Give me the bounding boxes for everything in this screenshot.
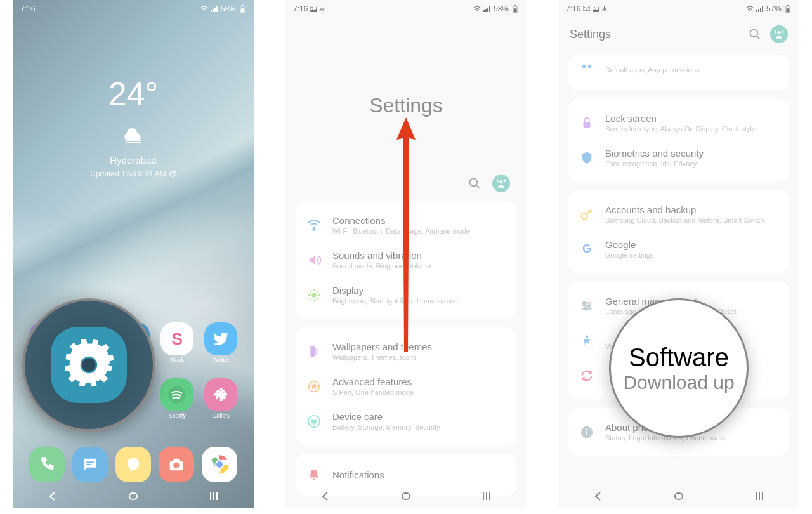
message-icon	[583, 6, 590, 12]
download-icon	[319, 6, 325, 12]
svg-rect-59	[787, 8, 790, 12]
status-bar: 7:16 58%	[13, 0, 254, 18]
battery-icon	[239, 5, 246, 13]
nav-back[interactable]	[47, 491, 58, 502]
svg-rect-45	[402, 493, 410, 499]
nav-home[interactable]	[128, 491, 139, 502]
nav-back[interactable]	[593, 491, 604, 502]
svg-rect-34	[489, 6, 490, 12]
svg-rect-76	[762, 492, 763, 500]
settings-app-icon[interactable]	[51, 327, 127, 403]
svg-rect-32	[485, 9, 487, 12]
gear-icon	[63, 339, 114, 390]
svg-rect-53	[756, 10, 757, 12]
signal-icon	[483, 5, 491, 13]
nav-back[interactable]	[320, 491, 331, 502]
svg-rect-4	[216, 6, 218, 12]
callout-subtitle: Download up	[623, 372, 734, 393]
svg-point-23	[82, 358, 95, 371]
battery-icon	[511, 5, 519, 13]
svg-rect-54	[758, 9, 759, 12]
svg-rect-74	[756, 492, 757, 500]
download-icon	[601, 6, 607, 12]
software-update-callout: Software Download up	[609, 298, 749, 438]
scroll-up-arrow-annotation	[393, 114, 419, 355]
svg-rect-47	[486, 492, 487, 500]
svg-rect-46	[483, 492, 484, 500]
svg-rect-73	[675, 493, 683, 499]
svg-rect-1	[211, 10, 212, 12]
status-time: 7:16	[293, 4, 308, 13]
svg-rect-25	[210, 492, 211, 500]
svg-point-51	[594, 7, 595, 8]
status-bar: 7:16 57%	[558, 0, 799, 18]
image-icon	[310, 6, 317, 12]
svg-rect-75	[759, 492, 760, 500]
phone-settings-scrolled: 7:16 57% Settings Default apps, App perm…	[558, 0, 799, 508]
wifi-icon	[746, 5, 754, 13]
svg-rect-48	[489, 492, 490, 500]
wifi-icon	[200, 5, 208, 13]
svg-rect-26	[213, 492, 214, 500]
svg-rect-55	[760, 8, 761, 12]
svg-rect-7	[241, 8, 244, 12]
status-time: 7:16	[566, 4, 580, 13]
svg-rect-56	[762, 6, 763, 12]
nav-home[interactable]	[673, 491, 684, 502]
svg-rect-3	[214, 8, 216, 12]
image-icon	[593, 6, 599, 12]
signal-icon	[211, 5, 218, 13]
phone-settings-top: 7:16 58% Settings ConnectionsWi-Fi, Blue…	[285, 0, 527, 508]
settings-gear-callout	[22, 298, 155, 432]
nav-bar	[13, 485, 254, 508]
battery-icon	[784, 5, 792, 13]
nav-recents[interactable]	[208, 491, 219, 502]
svg-rect-30	[319, 11, 325, 11]
svg-rect-52	[601, 11, 607, 11]
phone-home-screen: 7:16 58% 24° Hyderabad Updated 12/6 8:34…	[13, 0, 254, 508]
dim-overlay	[13, 0, 254, 508]
battery-percent: 58%	[221, 4, 236, 13]
nav-bar	[285, 485, 527, 508]
signal-icon	[756, 5, 764, 13]
svg-point-29	[311, 7, 313, 8]
svg-rect-31	[483, 10, 485, 12]
battery-percent: 57%	[766, 4, 782, 13]
svg-rect-33	[487, 8, 488, 12]
status-bar: 7:16 58%	[285, 0, 527, 18]
svg-rect-2	[213, 9, 214, 12]
nav-recents[interactable]	[481, 491, 492, 502]
svg-rect-24	[129, 493, 137, 499]
status-time: 7:16	[20, 4, 35, 13]
battery-percent: 58%	[494, 4, 509, 13]
nav-recents[interactable]	[754, 491, 765, 502]
nav-home[interactable]	[400, 491, 412, 502]
svg-rect-37	[514, 8, 517, 12]
wifi-icon	[473, 5, 481, 13]
callout-title: Software	[629, 343, 729, 372]
svg-rect-27	[216, 492, 218, 500]
nav-bar	[558, 485, 799, 508]
